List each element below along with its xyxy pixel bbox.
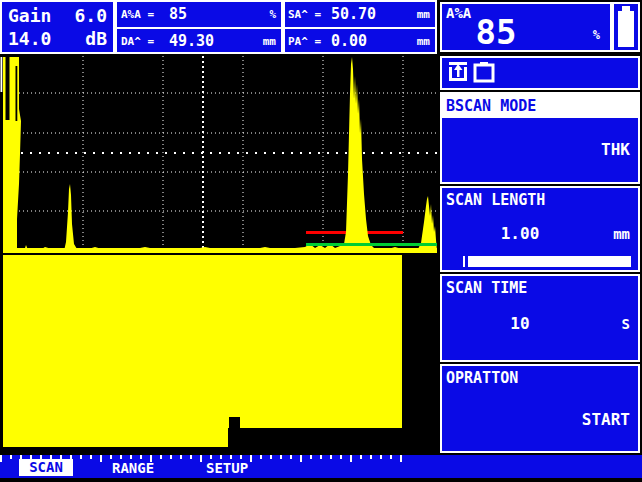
b-scan-image [0,255,437,455]
battery-box [612,2,640,52]
menu-tab-scan[interactable]: SCAN [19,459,73,476]
ruler-tick [190,455,192,459]
ruler-tick [230,455,232,459]
ruler-tick [110,455,112,459]
ruler-tick [400,455,402,462]
measurement-row: A%A = 85 % [117,2,281,27]
meas-value: 85 [169,2,187,27]
menu-section-title[interactable]: SCAN LENGTH [442,188,638,212]
menu-section-bscan-mode[interactable]: BSCAN MODE THK [440,92,640,184]
menu-section-value: START [582,410,630,429]
ruler-tick [120,455,122,459]
ruler-tick [380,455,382,459]
meas-label: PA^ = [288,29,321,54]
gain-unit: dB [85,27,107,50]
ruler-tick [330,455,332,459]
meas-label: DA^ = [121,29,154,54]
menu-tab-range[interactable]: RANGE [112,460,154,477]
ruler-tick [220,455,222,459]
ruler-tick [0,455,2,462]
meas-value: 49.30 [169,29,214,54]
menu-section-title[interactable]: BSCAN MODE [442,94,638,118]
ruler-tick [390,455,392,459]
ruler-tick [210,455,212,459]
menu-section-opration[interactable]: OPRATTON START [440,364,640,453]
measurement-row: DA^ = 49.30 mm [117,27,281,54]
ruler-tick [140,455,142,459]
measurement-box-1: A%A = 85 % DA^ = 49.30 mm [115,0,283,54]
ruler-tick [200,455,202,462]
ruler-tick [10,455,12,459]
meas-value: 50.70 [331,2,376,27]
a-scan-waveform [0,54,437,255]
meas-label: SA^ = [288,2,321,27]
ruler-tick [290,455,292,459]
battery-full-icon [614,4,638,50]
ruler-tick [100,455,102,462]
menu-section-title[interactable]: SCAN TIME [442,276,638,300]
meas-unit: mm [417,29,430,54]
meas-value: 0.00 [331,29,367,54]
ruler-tick [370,455,372,459]
status-icons-row [440,56,640,90]
bottom-menu-bar: SCAN RANGE SETUP [0,455,642,478]
ruler-tick [80,455,82,459]
ruler-tick [170,455,172,459]
ruler-tick [180,455,182,459]
menu-section-value: THK [601,140,630,159]
box-up-arrow-icon [449,62,467,81]
device-screen: Gain 6.0 14.0 dB A%A = 85 % DA^ = 49.30 … [0,0,642,482]
gain-value-2: 14.0 [8,27,51,50]
amplitude-readout-value: 85 [442,12,550,52]
ruler-tick [130,455,132,459]
ruler-tick [310,455,312,459]
ruler-tick [240,455,242,459]
ruler-tick [340,455,342,459]
menu-section-value: 1.00 [442,224,598,243]
ruler-tick [360,455,362,459]
menu-tab-setup[interactable]: SETUP [206,460,248,477]
amplitude-readout-panel: A%A 85 % [440,2,612,52]
measurement-row: SA^ = 50.70 mm [285,2,435,27]
menu-section-scan-time[interactable]: SCAN TIME 10 S [440,274,640,362]
ruler-tick [280,455,282,459]
gain-value: 6.0 [74,4,107,27]
menu-section-scan-length[interactable]: SCAN LENGTH 1.00 mm [440,186,640,272]
gain-label: Gain [8,4,51,27]
scan-length-slider[interactable] [468,256,631,267]
amplitude-readout-unit: % [593,28,600,42]
ruler-tick [260,455,262,459]
measurement-row: PA^ = 0.00 mm [285,27,435,54]
ruler-tick [160,455,162,459]
ruler-tick [300,455,302,462]
slider-tick [463,256,465,267]
menu-section-unit: mm [613,226,630,242]
gain-box: Gain 6.0 14.0 dB [0,0,115,54]
ruler-tick [90,455,92,459]
meas-unit: mm [263,29,276,54]
meas-unit: mm [417,2,430,27]
b-scan-display [0,255,437,455]
meas-unit: % [269,2,276,27]
measurement-box-2: SA^ = 50.70 mm PA^ = 0.00 mm [283,0,437,54]
clipboard-icon [475,62,493,81]
menu-section-title[interactable]: OPRATTON [442,366,638,390]
meas-label: A%A = [121,2,154,27]
menu-section-unit: S [622,316,630,332]
ruler-tick [350,455,352,462]
ruler-tick [270,455,272,459]
a-scan-display [0,54,437,255]
ruler-tick [250,455,252,462]
ruler-tick [320,455,322,459]
menu-section-value: 10 [442,314,598,333]
